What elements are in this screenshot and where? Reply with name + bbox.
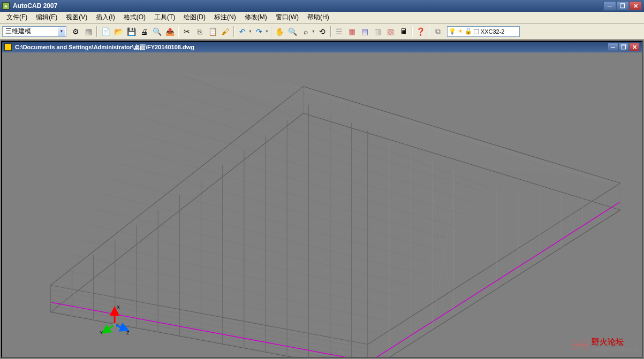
- menu-tools[interactable]: 工具(T): [150, 12, 179, 23]
- svg-line-11: [86, 224, 403, 297]
- separator: [330, 26, 331, 37]
- document-titlebar[interactable]: C:\Documents and Settings\Administrator\…: [2, 42, 642, 52]
- lightbulb-icon: 💡: [449, 28, 456, 35]
- svg-line-68: [72, 291, 94, 316]
- layer-combo[interactable]: 💡 ☀ 🔓: [447, 26, 520, 37]
- zoom-previous-icon[interactable]: ⟲: [316, 26, 328, 37]
- tool-palette-icon[interactable]: ▤: [359, 26, 371, 37]
- svg-line-71: [330, 334, 352, 357]
- properties-icon[interactable]: ☰: [334, 26, 345, 37]
- doc-close-button[interactable]: ✕: [629, 43, 640, 51]
- svg-line-26: [252, 79, 567, 176]
- workspace-settings-icon[interactable]: ▦: [82, 26, 94, 37]
- model-wireframe: [2, 52, 642, 357]
- mdi-client-area: C:\Documents and Settings\Administrator\…: [0, 40, 644, 359]
- svg-line-24: [274, 81, 589, 178]
- design-center-icon[interactable]: ▦: [346, 26, 358, 37]
- zoom-realtime-icon[interactable]: 🔍: [287, 26, 299, 37]
- svg-line-21: [303, 88, 619, 185]
- menu-format[interactable]: 格式(O): [119, 12, 150, 23]
- main-toolbar: 三维建模 ▼ ⚙ ▦ 📄 📂 💾 🖨 🔍 📤 ✂ ⎘ 📋 🖌 ↶▼ ↷▼ ✋ 🔍…: [0, 24, 644, 40]
- svg-line-28: [231, 77, 546, 174]
- match-prop-icon[interactable]: 🖌: [219, 26, 231, 37]
- new-file-icon[interactable]: 📄: [100, 26, 111, 37]
- menu-modify[interactable]: 修改(M): [240, 12, 271, 23]
- menu-view[interactable]: 视图(V): [62, 12, 92, 23]
- watermark-name: 野火论坛: [592, 337, 639, 347]
- svg-line-63: [50, 300, 367, 357]
- chevron-down-icon: ▼: [58, 27, 65, 36]
- svg-line-18: [146, 119, 463, 215]
- separator: [429, 26, 430, 37]
- undo-icon[interactable]: ↶: [237, 26, 248, 37]
- svg-line-67: [370, 202, 619, 357]
- document-window: C:\Documents and Settings\Administrator\…: [1, 41, 643, 358]
- svg-line-14: [112, 179, 429, 262]
- svg-line-30: [209, 75, 525, 172]
- menu-edit[interactable]: 编辑(E): [32, 12, 62, 23]
- pan-icon[interactable]: ✋: [274, 26, 286, 37]
- workspace-label: 三维建模: [3, 27, 58, 36]
- redo-icon[interactable]: ↷: [253, 26, 265, 37]
- print-icon[interactable]: 🖨: [138, 26, 150, 37]
- document-path: C:\Documents and Settings\Administrator\…: [15, 43, 608, 51]
- save-icon[interactable]: 💾: [125, 26, 137, 37]
- menu-help[interactable]: 帮助(H): [303, 12, 334, 23]
- doc-maximize-button[interactable]: ❐: [618, 43, 629, 51]
- cut-icon[interactable]: ✂: [181, 26, 193, 37]
- zoom-window-icon[interactable]: ⌕: [300, 26, 312, 37]
- menu-dimension[interactable]: 标注(N): [210, 12, 240, 23]
- separator: [178, 26, 179, 37]
- svg-line-61: [50, 311, 367, 357]
- menu-file[interactable]: 文件(F): [2, 12, 32, 23]
- app-title: AutoCAD 2007: [13, 2, 603, 10]
- sheet-set-icon[interactable]: ▥: [372, 26, 384, 37]
- svg-line-72: [432, 194, 453, 328]
- maximize-button[interactable]: ❐: [616, 1, 629, 11]
- svg-line-62: [50, 305, 367, 357]
- publish-icon[interactable]: 📤: [164, 26, 176, 37]
- butterfly-icon: [570, 335, 589, 355]
- menu-draw[interactable]: 绘图(D): [179, 12, 210, 23]
- svg-line-29: [220, 75, 535, 172]
- print-preview-icon[interactable]: 🔍: [151, 26, 163, 37]
- drawing-canvas[interactable]: X Y Z: [2, 52, 642, 357]
- paste-icon[interactable]: 📋: [207, 26, 218, 37]
- sun-icon: ☀: [458, 28, 463, 35]
- svg-line-25: [263, 80, 578, 177]
- svg-line-73: [432, 194, 453, 315]
- svg-line-70: [330, 334, 352, 357]
- menu-window[interactable]: 窗口(W): [271, 12, 303, 23]
- copy-icon[interactable]: ⎘: [194, 26, 206, 37]
- separator: [412, 26, 413, 37]
- svg-line-9: [69, 254, 386, 321]
- separator: [271, 26, 272, 37]
- svg-marker-0: [50, 113, 620, 357]
- markup-icon[interactable]: ▧: [385, 26, 397, 37]
- svg-line-32: [187, 74, 503, 171]
- separator: [233, 26, 234, 37]
- gear-icon[interactable]: ⚙: [70, 26, 81, 37]
- svg-marker-1: [50, 87, 620, 345]
- svg-line-12: [95, 209, 412, 286]
- svg-line-31: [199, 75, 514, 172]
- layer-name-input[interactable]: [481, 28, 518, 35]
- svg-line-6: [179, 74, 491, 188]
- close-button[interactable]: ✕: [629, 1, 642, 11]
- lock-icon: 🔓: [465, 28, 472, 35]
- separator: [96, 26, 97, 37]
- quickcalc-icon[interactable]: 🖩: [398, 26, 410, 37]
- svg-line-15: [120, 164, 437, 250]
- layer-properties-icon[interactable]: ⧉: [432, 26, 444, 37]
- open-file-icon[interactable]: 📂: [112, 26, 124, 37]
- menubar: 文件(F) 编辑(E) 视图(V) 插入(I) 格式(O) 工具(T) 绘图(D…: [0, 12, 644, 24]
- dwg-icon: [4, 43, 12, 51]
- workspace-selector[interactable]: 三维建模 ▼: [2, 26, 66, 37]
- minimize-button[interactable]: ─: [603, 1, 616, 11]
- layer-color-swatch: [474, 29, 479, 34]
- help-icon[interactable]: ❓: [415, 26, 427, 37]
- svg-line-23: [284, 84, 600, 181]
- menu-insert[interactable]: 插入(I): [92, 12, 119, 23]
- doc-minimize-button[interactable]: ─: [608, 43, 618, 51]
- watermark: 野火论坛 www.proewildfire.cn: [570, 335, 639, 355]
